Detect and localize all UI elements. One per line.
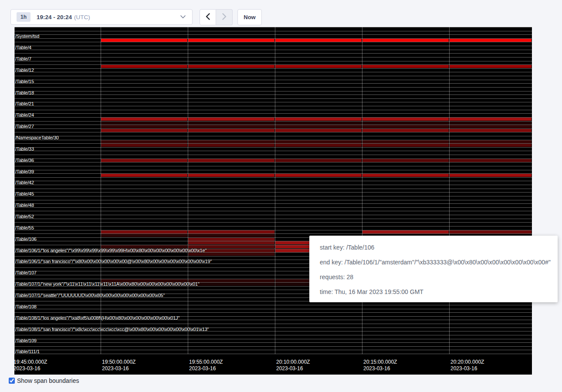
x-axis-tick: 20:15:00.000Z2023-03-16 bbox=[363, 359, 397, 372]
heat-band[interactable] bbox=[362, 125, 449, 128]
gridline-horizontal bbox=[14, 68, 532, 69]
gridline-horizontal bbox=[14, 61, 532, 61]
time-range-selector[interactable]: 1h 19:24 - 20:24 (UTC) bbox=[10, 9, 193, 25]
heat-band[interactable] bbox=[450, 159, 532, 162]
heat-band[interactable] bbox=[188, 174, 274, 177]
heat-band[interactable] bbox=[188, 144, 274, 147]
heat-band[interactable] bbox=[362, 122, 449, 125]
gridline-vertical bbox=[188, 27, 188, 354]
heat-band[interactable] bbox=[450, 65, 532, 68]
row-label: /Table/106/1/"san francisco"/"\x80\x00\x… bbox=[15, 259, 212, 264]
x-axis-time: 19:50:00.000Z bbox=[102, 359, 135, 365]
heat-band[interactable] bbox=[101, 234, 187, 237]
gridline-horizontal bbox=[14, 98, 532, 99]
x-axis-time: 19:45:00.000Z bbox=[14, 359, 47, 365]
heat-band[interactable] bbox=[101, 65, 187, 68]
x-axis-time: 20:20:00.000Z bbox=[450, 359, 484, 365]
heat-band[interactable] bbox=[188, 65, 274, 68]
heat-band[interactable] bbox=[188, 234, 274, 237]
now-button[interactable]: Now bbox=[237, 9, 262, 25]
gridline-horizontal bbox=[14, 87, 532, 88]
time-range-label: 19:24 - 20:24 bbox=[37, 14, 72, 20]
heat-band[interactable] bbox=[362, 65, 449, 68]
heat-band[interactable] bbox=[275, 144, 362, 147]
heat-band[interactable] bbox=[101, 159, 187, 162]
gridline-horizontal bbox=[14, 185, 532, 185]
heat-band[interactable] bbox=[450, 144, 532, 147]
row-label: /Table/18 bbox=[15, 91, 34, 95]
row-label: /NamespaceTable/30 bbox=[15, 135, 59, 140]
heat-band[interactable] bbox=[450, 129, 532, 132]
gridline-horizontal bbox=[14, 27, 532, 27]
row-label: /Table/107 bbox=[15, 270, 37, 275]
heat-band[interactable] bbox=[188, 159, 274, 162]
heat-band[interactable] bbox=[188, 122, 274, 125]
heat-band[interactable] bbox=[188, 241, 274, 244]
show-span-boundaries-checkbox[interactable] bbox=[9, 378, 15, 384]
gridline-horizontal bbox=[14, 203, 532, 204]
heat-band[interactable] bbox=[188, 238, 274, 241]
heat-band[interactable] bbox=[362, 39, 449, 42]
heat-band[interactable] bbox=[101, 174, 187, 177]
row-label: /Table/39 bbox=[15, 169, 34, 174]
heat-band[interactable] bbox=[101, 129, 187, 132]
gridline-horizontal bbox=[14, 219, 532, 219]
hover-tooltip: start key: /Table/106 end key: /Table/10… bbox=[309, 236, 558, 302]
heat-band[interactable] bbox=[450, 140, 532, 143]
heat-band[interactable] bbox=[275, 129, 362, 132]
heat-band[interactable] bbox=[275, 174, 362, 177]
row-label: /Table/42 bbox=[15, 180, 34, 185]
heat-band[interactable] bbox=[450, 125, 532, 128]
heat-band[interactable] bbox=[450, 118, 532, 121]
heat-band[interactable] bbox=[450, 122, 532, 125]
heat-band[interactable] bbox=[362, 174, 449, 177]
heat-band[interactable] bbox=[188, 118, 274, 121]
heat-band[interactable] bbox=[188, 39, 274, 42]
heat-band[interactable] bbox=[450, 174, 532, 177]
row-label: /Table/111/1 bbox=[15, 349, 40, 354]
heat-band[interactable] bbox=[450, 230, 532, 233]
heat-band[interactable] bbox=[101, 118, 187, 121]
gridline-horizontal bbox=[14, 346, 532, 347]
heat-band[interactable] bbox=[101, 125, 187, 128]
heat-band[interactable] bbox=[275, 159, 362, 162]
heat-band[interactable] bbox=[188, 283, 274, 286]
next-time-button[interactable] bbox=[216, 9, 233, 25]
heat-band[interactable] bbox=[275, 65, 362, 68]
heat-band[interactable] bbox=[275, 118, 362, 121]
heat-band[interactable] bbox=[362, 118, 449, 121]
row-label: /Table/106/1/"los angeles"/"\x99\x99\x99… bbox=[15, 248, 207, 253]
heat-band[interactable] bbox=[450, 39, 532, 42]
heat-band[interactable] bbox=[101, 230, 187, 233]
heat-band[interactable] bbox=[275, 122, 362, 125]
prev-time-button[interactable] bbox=[200, 9, 216, 25]
gridline-horizontal bbox=[14, 147, 532, 148]
heat-band[interactable] bbox=[362, 129, 449, 132]
heat-band[interactable] bbox=[362, 159, 449, 162]
heat-band[interactable] bbox=[188, 129, 274, 132]
heat-band[interactable] bbox=[275, 125, 362, 128]
heat-band[interactable] bbox=[362, 144, 449, 147]
row-label: /Table/36 bbox=[15, 158, 34, 163]
heat-band[interactable] bbox=[101, 140, 187, 143]
row-label: /Table/27 bbox=[15, 124, 34, 129]
key-visualizer-heatmap[interactable]: /System/tsd/Table/4/Table/7/Table/12/Tab… bbox=[14, 27, 532, 375]
heat-band[interactable] bbox=[362, 230, 449, 233]
heat-band[interactable] bbox=[188, 140, 274, 143]
heat-band[interactable] bbox=[275, 140, 362, 143]
heat-band[interactable] bbox=[188, 279, 274, 282]
gridline-horizontal bbox=[14, 173, 532, 174]
heat-band[interactable] bbox=[188, 125, 274, 128]
heat-band[interactable] bbox=[188, 253, 274, 256]
heat-band[interactable] bbox=[188, 230, 274, 233]
gridline-horizontal bbox=[14, 170, 532, 170]
heat-band[interactable] bbox=[101, 39, 187, 42]
row-label: /Table/24 bbox=[15, 113, 34, 118]
gridline-horizontal bbox=[14, 151, 532, 151]
heat-band[interactable] bbox=[362, 140, 449, 143]
gridline-horizontal bbox=[14, 140, 532, 140]
heat-band[interactable] bbox=[101, 122, 187, 125]
row-label: /System/tsd bbox=[15, 34, 39, 39]
heat-band[interactable] bbox=[101, 144, 187, 147]
heat-band[interactable] bbox=[275, 39, 362, 42]
